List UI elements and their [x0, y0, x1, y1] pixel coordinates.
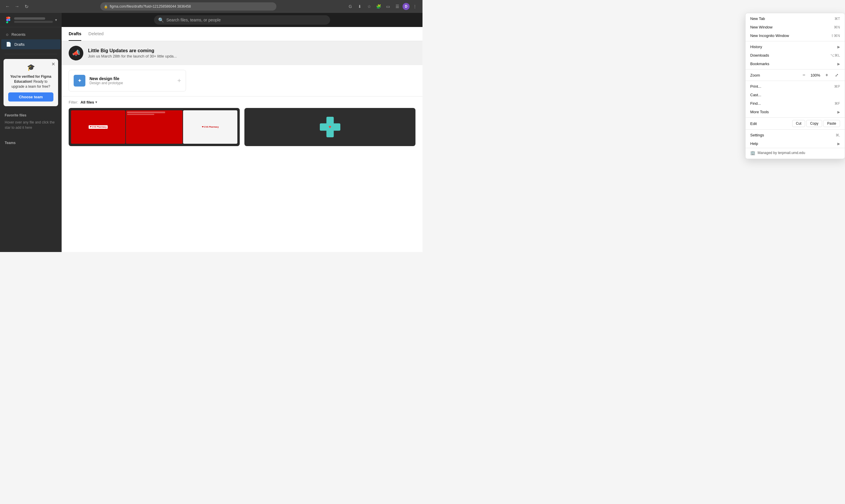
filter-chevron-icon: ▾ — [95, 100, 97, 104]
workspace-header[interactable]: ▾ — [0, 13, 61, 27]
update-banner[interactable]: 📣 Little Big Updates are coming Join us … — [61, 41, 422, 65]
cvs-screen-3: ❤ CVS Pharmacy — [183, 110, 237, 144]
star-icon[interactable]: ☆ — [365, 2, 373, 11]
education-close-button[interactable]: ✕ — [51, 62, 55, 67]
sidebar-favorites: Favorite files Hover over any file and c… — [0, 109, 61, 136]
megaphone-icon: 📣 — [72, 49, 80, 57]
teams-section: Teams — [0, 136, 61, 148]
cvs-screen-1: ❤ CVS Pharmacy — [71, 110, 125, 144]
extensions-icon[interactable]: 🧩 — [374, 2, 383, 11]
medical-card-preview: ♥ — [245, 108, 415, 146]
new-file-icon-wrap: ✦ — [74, 75, 85, 87]
favorites-title: Favorite files — [0, 111, 61, 119]
banner-subtitle: Join us March 28th for the launch of 30+… — [88, 54, 177, 58]
sidebar-nav: ○ Recents 📄 Drafts — [0, 27, 61, 52]
search-area: 🔍 Search files, teams, or people — [61, 13, 422, 27]
address-text: figma.com/files/drafts?fuid=121258586044… — [110, 4, 273, 8]
lock-icon: 🔒 — [104, 5, 108, 8]
education-text: You're verified for Figma Education! Rea… — [8, 74, 53, 89]
clock-icon: ○ — [6, 32, 8, 37]
back-button[interactable]: ← — [3, 2, 12, 11]
new-file-info: New design file Design and prototype — [89, 76, 123, 85]
drafts-label: Drafts — [14, 42, 25, 47]
download-icon[interactable]: ⬇ — [356, 2, 364, 11]
workspace-chevron-icon: ▾ — [55, 18, 57, 22]
forward-button[interactable]: → — [13, 2, 21, 11]
content-tabs: Drafts Deleted — [61, 27, 422, 41]
medical-cross: ♥ — [320, 117, 340, 137]
banner-title: Little Big Updates are coming — [88, 48, 177, 53]
choose-team-button[interactable]: Choose team — [8, 92, 53, 102]
media-icon[interactable]: ▭ — [384, 2, 392, 11]
file-grid: ❤ CVS Pharmacy ❤ CVS Pharmacy — [61, 108, 422, 252]
search-bar[interactable]: 🔍 Search files, teams, or people — [154, 15, 330, 25]
add-file-icon: + — [177, 77, 181, 85]
graduation-cap-icon: 🎓 — [27, 64, 35, 71]
file-card-medical[interactable]: ♥ — [245, 108, 415, 146]
google-icon[interactable]: G — [346, 2, 355, 11]
address-bar[interactable]: 🔒 figma.com/files/drafts?fuid=1212585860… — [100, 2, 276, 11]
app-container: ▾ ○ Recents 📄 Drafts ✕ 🎓 You're verified… — [0, 13, 422, 252]
browser-actions: G ⬇ ☆ 🧩 ▭ ☰ D ⋮ — [346, 2, 419, 11]
banner-avatar: 📣 — [69, 46, 83, 60]
new-file-title: New design file — [89, 76, 123, 81]
education-card: ✕ 🎓 You're verified for Figma Education!… — [3, 59, 58, 106]
favorites-description: Hover over any file and click the star t… — [0, 119, 61, 134]
nav-buttons[interactable]: ← → ↻ — [3, 2, 31, 11]
main-content: 🔍 Search files, teams, or people Drafts … — [61, 13, 422, 252]
sidebar-toggle[interactable]: ☰ — [393, 2, 401, 11]
filter-label: Filter: — [69, 100, 78, 105]
search-icon: 🔍 — [158, 17, 164, 23]
sidebar: ▾ ○ Recents 📄 Drafts ✕ 🎓 You're verified… — [0, 13, 61, 252]
cvs-preview: ❤ CVS Pharmacy ❤ CVS Pharmacy — [69, 108, 240, 146]
design-file-icon: ✦ — [77, 77, 82, 84]
teams-title: Teams — [0, 139, 61, 146]
search-placeholder: Search files, teams, or people — [166, 18, 221, 22]
workspace-name — [14, 17, 53, 23]
more-menu-button[interactable]: ⋮ — [411, 2, 419, 11]
profile-icon[interactable]: D — [402, 3, 410, 10]
banner-text-block: Little Big Updates are coming Join us Ma… — [88, 48, 177, 58]
heart-icon: ♥ — [329, 124, 331, 130]
sidebar-item-drafts[interactable]: 📄 Drafts — [1, 39, 60, 49]
file-card-cvs[interactable]: ❤ CVS Pharmacy ❤ CVS Pharmacy — [69, 108, 240, 146]
cvs-screen-2 — [126, 110, 182, 144]
draft-icon: 📄 — [6, 42, 12, 47]
filter-bar: Filter: All files ▾ — [61, 96, 422, 108]
education-icon-wrap: 🎓 — [8, 64, 53, 71]
new-file-section: ✦ New design file Design and prototype + — [61, 65, 422, 96]
sidebar-item-recents[interactable]: ○ Recents — [1, 30, 60, 39]
recents-label: Recents — [12, 32, 25, 37]
tab-drafts[interactable]: Drafts — [69, 27, 81, 41]
filter-value: All files — [81, 100, 94, 105]
new-design-file-card[interactable]: ✦ New design file Design and prototype + — [69, 70, 186, 92]
new-file-subtitle: Design and prototype — [89, 81, 123, 85]
sidebar-divider — [5, 54, 57, 54]
reload-button[interactable]: ↻ — [22, 2, 31, 11]
figma-logo — [5, 16, 12, 23]
tab-deleted[interactable]: Deleted — [88, 27, 104, 41]
filter-select[interactable]: All files ▾ — [81, 100, 97, 105]
browser-chrome: ← → ↻ 🔒 figma.com/files/drafts?fuid=1212… — [0, 0, 422, 13]
